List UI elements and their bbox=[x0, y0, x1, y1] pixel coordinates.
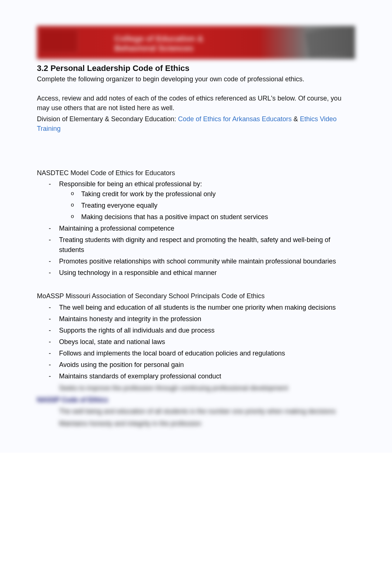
list-item: Obeys local, state and national laws bbox=[59, 337, 355, 347]
section-heading: 3.2 Personal Leadership Code of Ethics bbox=[37, 64, 355, 73]
access-links-line: Division of Elementary & Secondary Educa… bbox=[37, 114, 355, 133]
list-item: Using technology in a responsible and et… bbox=[59, 268, 355, 278]
list-item: Taking credit for work by the profession… bbox=[81, 189, 355, 199]
list-item: The well being and education of all stud… bbox=[59, 303, 355, 313]
list-item: Making decisions that has a positive imp… bbox=[81, 212, 355, 222]
list-item: Maintaining a professional competence bbox=[59, 224, 355, 234]
document-page: College of Education & Behavioral Scienc… bbox=[0, 0, 392, 453]
blurred-line: Seeks to improve the profession through … bbox=[59, 383, 355, 394]
list-item: Supports the rights of all individuals a… bbox=[59, 326, 355, 336]
list-item: Treating everyone equally bbox=[81, 201, 355, 211]
nasdtec-list: Responsible for being an ethical profess… bbox=[37, 179, 355, 278]
link-arkansas-educators[interactable]: Code of Ethics for Arkansas Educators bbox=[178, 115, 292, 123]
nasdtec-heading: NASDTEC Model Code of Ethics for Educato… bbox=[37, 168, 355, 178]
banner-text: College of Education & Behavioral Scienc… bbox=[114, 34, 203, 53]
list-item: Avoids using the position for personal g… bbox=[59, 360, 355, 370]
access-note: Access, review and add notes of each of … bbox=[37, 93, 355, 113]
ampersand: & bbox=[292, 115, 300, 123]
blurred-preview-area: The well being and education of all stud… bbox=[37, 406, 355, 429]
list-item: Follows and implements the local board o… bbox=[59, 348, 355, 358]
list-item: Maintains honesty and integrity in the p… bbox=[59, 314, 355, 324]
list-item: Treating students with dignity and respe… bbox=[59, 235, 355, 255]
blurred-line: Maintains honesty and integrity in the p… bbox=[59, 418, 355, 429]
nasdtec-sublist: Taking credit for work by the profession… bbox=[59, 189, 355, 222]
list-item: Maintains standards of exemplary profess… bbox=[59, 371, 355, 381]
access-prefix: Division of Elementary & Secondary Educa… bbox=[37, 115, 178, 123]
blurred-heading: NASSP Code of Ethics bbox=[37, 396, 355, 404]
section-intro: Complete the following organizer to begi… bbox=[37, 75, 355, 83]
header-banner: College of Education & Behavioral Scienc… bbox=[37, 26, 355, 59]
moassp-heading: MoASSP Missouri Association of Secondary… bbox=[37, 291, 355, 301]
blurred-preview-area: Seeks to improve the profession through … bbox=[37, 383, 355, 394]
moassp-list: The well being and education of all stud… bbox=[37, 303, 355, 381]
blurred-line: The well being and education of all stud… bbox=[59, 406, 355, 417]
list-item: Responsible for being an ethical profess… bbox=[59, 179, 355, 222]
list-item: Promotes positive relationships with sch… bbox=[59, 256, 355, 266]
